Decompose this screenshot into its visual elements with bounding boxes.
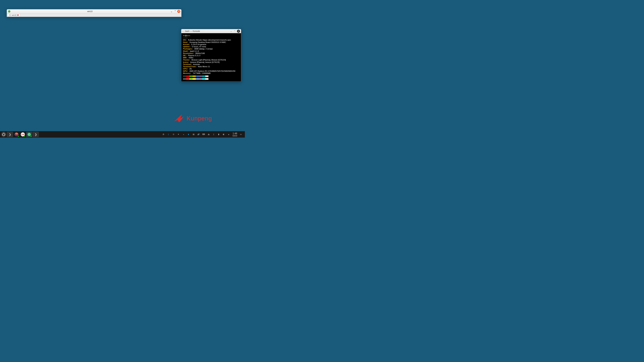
taskbar-firefox[interactable] — [14, 132, 20, 137]
svg-rect-1 — [9, 14, 11, 15]
show-desktop-icon[interactable]: ▭ — [240, 133, 242, 136]
close-button[interactable]: ✕ — [237, 30, 240, 33]
svg-point-0 — [8, 10, 10, 12]
volume-icon[interactable]: 🔊 — [197, 133, 200, 136]
recording-icon — [17, 14, 18, 16]
chevron-up-icon[interactable]: ▴ — [228, 133, 230, 136]
tray-icon[interactable]: ⊙ — [172, 133, 175, 136]
svg-point-16 — [2, 135, 3, 135]
vm-title: win10 — [10, 10, 169, 12]
konsole-title: ~ : bash — Konsole — [182, 30, 200, 32]
battery-icon[interactable]: ▮ — [217, 133, 220, 136]
bluetooth-small-icon[interactable]: ᛒ — [212, 133, 215, 136]
show-desktop-button[interactable]: ❯ — [7, 132, 13, 137]
minimize-button[interactable]: ⌄ — [230, 30, 232, 33]
host-taskbar: ❯ VM ❯ ◔ ᛒ ⊙ ▾ ● ◗ ▤ 🔊 ⌨ 🖧 ᛒ ▮ ◐ ▴ 1:48 … — [0, 131, 245, 138]
kunpeng-logo: Kunpeng — [173, 113, 212, 123]
vm-tab-win10[interactable]: win10 — [8, 13, 20, 16]
windows-desktop[interactable]: 回收站 Microsoft Edge 测试模式 Windows 10 专业版 I… — [10, 17, 181, 17]
kunpeng-text: Kunpeng — [187, 115, 212, 122]
night-icon[interactable]: ◐ — [222, 133, 225, 136]
kunpeng-bird-icon — [173, 113, 185, 123]
svg-rect-2 — [10, 16, 10, 16]
vm-toolbar — [7, 17, 10, 17]
color-palette-bright — [183, 78, 239, 80]
vm-tabbar: win10 — [7, 13, 181, 17]
maximize-button[interactable]: ⌃ — [233, 30, 236, 33]
svg-point-15 — [4, 135, 5, 135]
telegram-icon[interactable]: ◗ — [187, 133, 190, 136]
clipboard-icon[interactable]: ▤ — [192, 133, 195, 136]
konsole-titlebar[interactable]: ~ : bash — Konsole ⌄ ⌃ ✕ — [181, 29, 241, 33]
tray-icon[interactable]: ◔ — [162, 133, 165, 136]
vm-window: win10 ⌄ ⌃ ✕ win10 回收站 Microsoft Edge 测试模… — [7, 9, 182, 17]
color-palette — [183, 75, 239, 77]
taskbar-app-green[interactable] — [26, 132, 32, 137]
tray-icon[interactable]: ● — [182, 133, 185, 136]
maximize-button[interactable]: ⌃ — [174, 10, 176, 13]
keyboard-icon[interactable]: ⌨ — [202, 133, 205, 136]
konsole-window: ~ : bash — Konsole ⌄ ⌃ ✕ lio@arm -------… — [181, 29, 241, 82]
application-launcher[interactable] — [1, 132, 6, 137]
vm-titlebar[interactable]: win10 ⌄ ⌃ ✕ — [7, 9, 181, 13]
vm-app-icon — [8, 10, 10, 13]
taskbar-virtmanager[interactable]: VM — [20, 132, 26, 137]
tray-icon[interactable]: ▾ — [177, 133, 180, 136]
svg-point-14 — [3, 133, 4, 134]
host-clock[interactable]: 1:48 03/20 — [232, 132, 237, 137]
svg-text:VM: VM — [21, 133, 24, 136]
monitor-icon — [9, 14, 11, 16]
network-icon[interactable]: 🖧 — [207, 133, 210, 136]
close-button[interactable]: ✕ — [177, 10, 180, 13]
konsole-output[interactable]: lio@arm ------- OS: Kubuntu Hirsute Hipp… — [181, 33, 241, 81]
svg-point-20 — [27, 133, 31, 136]
next-button[interactable]: ❯ — [32, 132, 39, 137]
bluetooth-icon[interactable]: ᛒ — [167, 133, 170, 136]
minimize-button[interactable]: ⌄ — [170, 10, 173, 13]
kubuntu-icon — [2, 133, 5, 136]
